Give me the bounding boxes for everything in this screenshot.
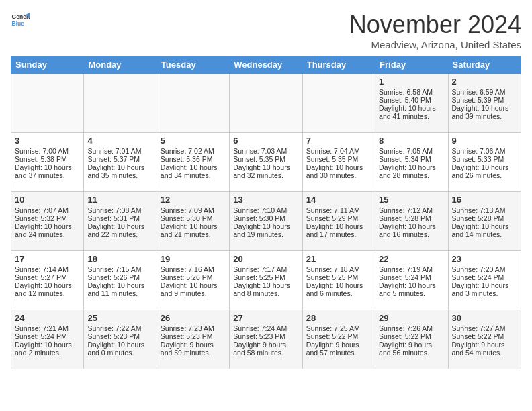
day-info: Daylight: 10 hours and 26 minutes. (452, 163, 517, 179)
day-info: Sunrise: 7:19 AM (379, 265, 444, 273)
day-info: Sunset: 5:30 PM (161, 214, 226, 222)
day-number: 5 (161, 136, 226, 146)
calendar-cell: 29Sunrise: 7:26 AMSunset: 5:22 PMDayligh… (375, 310, 448, 369)
calendar-cell: 18Sunrise: 7:15 AMSunset: 5:26 PMDayligh… (84, 251, 157, 310)
calendar-cell: 6Sunrise: 7:03 AMSunset: 5:35 PMDaylight… (230, 133, 302, 192)
day-info: Sunrise: 7:01 AM (87, 147, 152, 155)
day-info: Daylight: 10 hours and 34 minutes. (161, 163, 226, 179)
day-info: Sunrise: 7:12 AM (379, 206, 444, 214)
day-info: Sunrise: 7:15 AM (87, 265, 152, 273)
calendar-week-row: 10Sunrise: 7:07 AMSunset: 5:32 PMDayligh… (11, 192, 521, 251)
day-info: Sunrise: 7:27 AM (452, 324, 517, 332)
title-block: November 2024 Meadview, Arizona, United … (349, 11, 521, 50)
day-number: 24 (15, 313, 80, 323)
day-info: Daylight: 10 hours and 39 minutes. (452, 104, 517, 120)
day-info: Sunrise: 7:09 AM (161, 206, 226, 214)
day-number: 20 (233, 254, 298, 264)
day-info: Sunset: 5:39 PM (452, 96, 517, 104)
calendar-cell: 7Sunrise: 7:04 AMSunset: 5:35 PMDaylight… (302, 133, 375, 192)
day-number: 12 (161, 195, 226, 205)
day-info: Sunset: 5:23 PM (161, 332, 226, 340)
day-number: 22 (379, 254, 444, 264)
calendar-cell: 21Sunrise: 7:18 AMSunset: 5:25 PMDayligh… (302, 251, 375, 310)
day-number: 8 (379, 136, 444, 146)
day-info: Sunset: 5:35 PM (306, 155, 371, 163)
day-number: 21 (306, 254, 371, 264)
calendar-cell: 14Sunrise: 7:11 AMSunset: 5:29 PMDayligh… (302, 192, 375, 251)
day-info: Sunset: 5:26 PM (161, 273, 226, 281)
day-info: Sunset: 5:40 PM (379, 96, 444, 104)
calendar-cell: 23Sunrise: 7:20 AMSunset: 5:24 PMDayligh… (448, 251, 521, 310)
day-info: Daylight: 9 hours and 57 minutes. (306, 340, 371, 357)
page-header: General Blue November 2024 Meadview, Ari… (11, 11, 521, 50)
calendar-header-wednesday: Wednesday (230, 56, 302, 74)
day-info: Daylight: 10 hours and 17 minutes. (306, 222, 371, 238)
calendar-header-row: SundayMondayTuesdayWednesdayThursdayFrid… (11, 56, 521, 74)
calendar-cell: 22Sunrise: 7:19 AMSunset: 5:24 PMDayligh… (375, 251, 448, 310)
day-info: Sunset: 5:36 PM (161, 155, 226, 163)
calendar-cell: 26Sunrise: 7:23 AMSunset: 5:23 PMDayligh… (157, 310, 229, 369)
day-info: Sunrise: 7:08 AM (87, 206, 152, 214)
day-number: 25 (87, 313, 152, 323)
calendar-header-thursday: Thursday (302, 56, 375, 74)
day-info: Daylight: 10 hours and 2 minutes. (15, 340, 80, 357)
day-info: Sunset: 5:22 PM (452, 332, 517, 340)
day-info: Daylight: 9 hours and 58 minutes. (233, 340, 298, 357)
day-number: 16 (452, 195, 517, 205)
day-info: Sunrise: 7:02 AM (161, 147, 226, 155)
day-info: Daylight: 10 hours and 24 minutes. (15, 222, 80, 238)
day-info: Sunrise: 7:23 AM (161, 324, 226, 332)
day-info: Sunrise: 7:21 AM (15, 324, 80, 332)
day-info: Daylight: 10 hours and 35 minutes. (87, 163, 152, 179)
calendar-cell: 11Sunrise: 7:08 AMSunset: 5:31 PMDayligh… (84, 192, 157, 251)
calendar-header-monday: Monday (84, 56, 157, 74)
location-subtitle: Meadview, Arizona, United States (349, 39, 521, 50)
day-number: 1 (379, 77, 444, 87)
day-info: Sunrise: 7:24 AM (233, 324, 298, 332)
calendar-cell (157, 74, 229, 133)
day-info: Daylight: 10 hours and 32 minutes. (233, 163, 298, 179)
calendar-cell (302, 74, 375, 133)
calendar-cell: 10Sunrise: 7:07 AMSunset: 5:32 PMDayligh… (11, 192, 84, 251)
day-info: Sunset: 5:25 PM (233, 273, 298, 281)
calendar-cell: 1Sunrise: 6:58 AMSunset: 5:40 PMDaylight… (375, 74, 448, 133)
day-info: Sunset: 5:30 PM (233, 214, 298, 222)
day-info: Sunrise: 7:04 AM (306, 147, 371, 155)
calendar-cell: 3Sunrise: 7:00 AMSunset: 5:38 PMDaylight… (11, 133, 84, 192)
calendar-cell: 8Sunrise: 7:05 AMSunset: 5:34 PMDaylight… (375, 133, 448, 192)
day-info: Sunrise: 7:20 AM (452, 265, 517, 273)
calendar-cell: 17Sunrise: 7:14 AMSunset: 5:27 PMDayligh… (11, 251, 84, 310)
day-info: Daylight: 9 hours and 56 minutes. (379, 340, 444, 357)
day-number: 2 (452, 77, 517, 87)
day-number: 27 (233, 313, 298, 323)
calendar-cell (84, 74, 157, 133)
day-number: 19 (161, 254, 226, 264)
day-info: Sunset: 5:25 PM (306, 273, 371, 281)
logo-icon: General Blue (11, 11, 30, 30)
day-info: Daylight: 9 hours and 59 minutes. (161, 340, 226, 357)
day-number: 6 (233, 136, 298, 146)
calendar-cell: 28Sunrise: 7:25 AMSunset: 5:22 PMDayligh… (302, 310, 375, 369)
day-info: Daylight: 10 hours and 19 minutes. (233, 222, 298, 238)
day-info: Daylight: 10 hours and 37 minutes. (15, 163, 80, 179)
calendar-header-friday: Friday (375, 56, 448, 74)
day-info: Daylight: 10 hours and 11 minutes. (87, 281, 152, 298)
day-info: Sunrise: 7:11 AM (306, 206, 371, 214)
day-info: Sunrise: 7:14 AM (15, 265, 80, 273)
day-number: 13 (233, 195, 298, 205)
day-info: Sunrise: 7:07 AM (15, 206, 80, 214)
day-info: Sunset: 5:33 PM (452, 155, 517, 163)
calendar-week-row: 3Sunrise: 7:00 AMSunset: 5:38 PMDaylight… (11, 133, 521, 192)
calendar-cell: 20Sunrise: 7:17 AMSunset: 5:25 PMDayligh… (230, 251, 302, 310)
day-info: Sunrise: 6:58 AM (379, 88, 444, 96)
calendar-week-row: 17Sunrise: 7:14 AMSunset: 5:27 PMDayligh… (11, 251, 521, 310)
day-number: 23 (452, 254, 517, 264)
calendar-cell: 24Sunrise: 7:21 AMSunset: 5:24 PMDayligh… (11, 310, 84, 369)
calendar-cell: 19Sunrise: 7:16 AMSunset: 5:26 PMDayligh… (157, 251, 229, 310)
day-number: 15 (379, 195, 444, 205)
day-info: Sunset: 5:35 PM (233, 155, 298, 163)
day-info: Sunset: 5:37 PM (87, 155, 152, 163)
calendar-table: SundayMondayTuesdayWednesdayThursdayFrid… (11, 56, 521, 369)
day-number: 28 (306, 313, 371, 323)
day-info: Daylight: 10 hours and 0 minutes. (87, 340, 152, 357)
